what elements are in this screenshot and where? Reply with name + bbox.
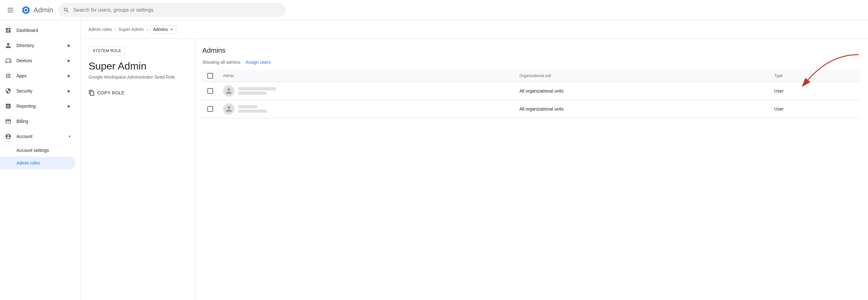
row-2-checkbox-cell[interactable] bbox=[202, 100, 218, 118]
admins-title: Admins bbox=[202, 46, 860, 55]
sidebar-item-directory[interactable]: Directory ▶ bbox=[0, 38, 75, 53]
showing-text: Showing all admins bbox=[202, 60, 241, 65]
row-1-checkbox[interactable] bbox=[207, 88, 213, 94]
system-role-badge: SYSTEM ROLE bbox=[89, 46, 125, 55]
copy-role-label: COPY ROLE bbox=[97, 90, 125, 95]
chevron-down-icon: ▾ bbox=[69, 134, 70, 139]
reporting-icon bbox=[5, 103, 11, 109]
sidebar-label-dashboard: Dashboard bbox=[17, 28, 38, 33]
sidebar-label-apps: Apps bbox=[17, 73, 27, 78]
search-bar[interactable] bbox=[58, 3, 286, 18]
security-icon bbox=[5, 88, 11, 94]
admins-toolbar: Showing all admins Assign users bbox=[202, 60, 860, 65]
sidebar-label-account: Account bbox=[17, 134, 33, 139]
breadcrumb-admin-roles[interactable]: Admin roles bbox=[89, 27, 112, 32]
layout: Dashboard Directory ▶ Devices ▶ Apps ▶ bbox=[0, 20, 868, 300]
table-row: All organizational units User bbox=[202, 82, 860, 100]
account-icon bbox=[5, 133, 11, 140]
right-panel: Admins Showing all admins Assign users A… bbox=[195, 39, 868, 300]
row-2-checkbox[interactable] bbox=[207, 106, 213, 112]
chevron-right-icon: ▶ bbox=[68, 104, 70, 108]
row-1-checkbox-cell[interactable] bbox=[202, 82, 218, 100]
sidebar-item-dashboard[interactable]: Dashboard bbox=[0, 23, 75, 38]
sidebar-item-account[interactable]: Account ▾ bbox=[0, 129, 75, 144]
table-row: All organizational units User bbox=[202, 100, 860, 118]
sidebar: Dashboard Directory ▶ Devices ▶ Apps ▶ bbox=[0, 20, 81, 300]
breadcrumb-separator-2: › bbox=[146, 27, 148, 32]
assign-users-link[interactable]: Assign users bbox=[246, 60, 271, 65]
left-panel: SYSTEM ROLE Super Admin Google Workspace… bbox=[81, 39, 195, 300]
admin-column-header: Admin bbox=[218, 70, 514, 82]
org-unit-column-header: Organizational unit bbox=[514, 70, 769, 82]
role-title: Super Admin bbox=[89, 60, 187, 72]
role-description: Google Workspace Administrator Seed Role bbox=[89, 74, 187, 79]
content-area: SYSTEM ROLE Super Admin Google Workspace… bbox=[81, 39, 868, 300]
select-all-checkbox[interactable] bbox=[207, 73, 213, 79]
admins-table: Admin Organizational unit Type bbox=[202, 70, 860, 118]
breadcrumb-separator-1: › bbox=[115, 27, 116, 32]
chevron-right-icon: ▶ bbox=[68, 74, 70, 78]
sidebar-item-admin-roles[interactable]: Admin roles bbox=[0, 157, 75, 169]
google-admin-logo bbox=[21, 5, 31, 15]
row-1-org-unit: All organizational units bbox=[514, 82, 769, 100]
hamburger-menu[interactable] bbox=[5, 5, 16, 15]
svg-point-0 bbox=[25, 9, 27, 11]
sidebar-item-devices[interactable]: Devices ▶ bbox=[0, 53, 75, 68]
sidebar-label-billing: Billing bbox=[17, 119, 28, 124]
dashboard-icon bbox=[5, 27, 11, 33]
sidebar-sub-label-account-settings: Account settings bbox=[17, 148, 49, 153]
row-1-avatar bbox=[223, 85, 235, 97]
sidebar-item-billing[interactable]: Billing bbox=[0, 114, 75, 129]
sidebar-label-reporting: Reporting bbox=[17, 104, 36, 109]
row-1-admin-cell bbox=[218, 82, 514, 100]
breadcrumb-current[interactable]: Admins bbox=[150, 25, 177, 33]
row-2-avatar bbox=[223, 103, 235, 114]
sidebar-item-apps[interactable]: Apps ▶ bbox=[0, 68, 75, 84]
chevron-right-icon: ▶ bbox=[68, 89, 70, 93]
row-2-type: User bbox=[769, 100, 860, 118]
sidebar-item-account-settings[interactable]: Account settings bbox=[0, 144, 75, 157]
row-2-admin-cell bbox=[218, 100, 514, 118]
sidebar-item-security[interactable]: Security ▶ bbox=[0, 84, 75, 99]
main-content: Admin roles › Super Admin › Admins SYSTE… bbox=[81, 20, 868, 300]
billing-icon bbox=[5, 118, 11, 125]
sidebar-label-devices: Devices bbox=[17, 58, 32, 63]
logo-area: Admin bbox=[21, 5, 53, 15]
sidebar-sub-label-admin-roles: Admin roles bbox=[17, 160, 40, 165]
sidebar-item-reporting[interactable]: Reporting ▶ bbox=[0, 99, 75, 114]
breadcrumb-current-label: Admins bbox=[153, 27, 168, 32]
topbar: Admin bbox=[0, 0, 868, 20]
copy-icon bbox=[89, 90, 95, 96]
sidebar-label-security: Security bbox=[17, 89, 33, 94]
row-2-org-unit: All organizational units bbox=[514, 100, 769, 118]
select-all-header[interactable] bbox=[202, 70, 218, 82]
logo-text: Admin bbox=[33, 6, 53, 14]
row-1-type: User bbox=[769, 82, 860, 100]
breadcrumb-super-admin[interactable]: Super Admin bbox=[119, 27, 144, 32]
chevron-right-icon: ▶ bbox=[68, 43, 70, 48]
sidebar-label-directory: Directory bbox=[17, 43, 34, 48]
row-1-user-info bbox=[238, 87, 276, 95]
search-icon bbox=[63, 7, 69, 13]
breadcrumb: Admin roles › Super Admin › Admins bbox=[81, 20, 868, 39]
search-input[interactable] bbox=[73, 7, 281, 13]
row-2-user-info bbox=[238, 105, 267, 113]
devices-icon bbox=[5, 58, 11, 64]
person-icon bbox=[5, 42, 11, 48]
apps-icon bbox=[5, 73, 11, 79]
chevron-down-icon bbox=[169, 27, 174, 32]
chevron-right-icon: ▶ bbox=[68, 59, 70, 63]
type-column-header: Type bbox=[769, 70, 860, 82]
copy-role-button[interactable]: COPY ROLE bbox=[89, 87, 125, 99]
